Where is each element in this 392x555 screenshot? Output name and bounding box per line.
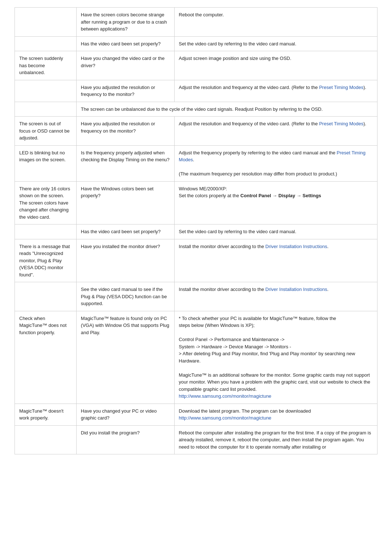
check-cell: Did you install the program? (76, 425, 174, 454)
solution-link[interactable]: http://www.samsung.com/monitor/magictune (179, 393, 271, 399)
problem-cell: The screen is out of focus or OSD cannot… (15, 117, 77, 146)
problem-cell: LED is blinking but no images on the scr… (15, 145, 77, 181)
solution-cell: Adjust the resolution and frequency of t… (174, 117, 377, 146)
table-row: Has the video card been set properly?Set… (15, 36, 377, 51)
solution-link[interactable]: Preset Timing Modes (179, 150, 366, 163)
check-cell-wide: The screen can be unbalanced due to the … (76, 102, 377, 117)
table-row: MagicTune™ doesn't work properly.Have yo… (15, 404, 377, 425)
check-cell: Has the video card been set properly? (76, 36, 174, 51)
solution-cell: Install the monitor driver according to … (174, 239, 377, 282)
problem-cell: The screen suddenly has become unbalance… (15, 51, 77, 80)
problem-cell (15, 36, 77, 51)
table-row: Have you adjusted the resolution or freq… (15, 80, 377, 102)
solution-cell: Reboot the computer. (174, 8, 377, 37)
check-cell: See the video card manual to see if the … (76, 282, 174, 311)
table-row: Check when MagicTune™ does not function … (15, 311, 377, 404)
solution-cell: Adjust the resolution and frequency at t… (174, 80, 377, 102)
problem-cell (15, 224, 77, 239)
check-cell: Have the Windows colors been set properl… (76, 181, 174, 224)
table-row: There is a message that reads "Unrecogni… (15, 239, 377, 282)
problem-cell (15, 282, 77, 311)
check-cell: Has the video card been set properly? (76, 224, 174, 239)
solution-cell: Reboot the computer after installing the… (174, 425, 377, 454)
table-row: Has the video card been set properly?Set… (15, 224, 377, 239)
solution-link[interactable]: Driver Installation Instructions (265, 244, 327, 249)
solution-cell: * To check whether your PC is available … (174, 311, 377, 404)
check-cell: Have you installed the monitor driver? (76, 239, 174, 282)
table-row: The screen can be unbalanced due to the … (15, 102, 377, 117)
solution-cell: Set the video card by referring to the v… (174, 224, 377, 239)
solution-cell: Set the video card by referring to the v… (174, 36, 377, 51)
solution-cell: Install the monitor driver according to … (174, 282, 377, 311)
solution-cell: Adjust screen image position and size us… (174, 51, 377, 80)
solution-cell: Windows ME/2000/XP:Set the colors proper… (174, 181, 377, 224)
table-row: Did you install the program?Reboot the c… (15, 425, 377, 454)
solution-link[interactable]: Driver Installation Instructions (265, 287, 327, 292)
solution-link[interactable]: Preset Timing Modes (319, 85, 363, 90)
bold-text: Control Panel → Display → Settings (240, 193, 321, 198)
solution-cell: Download the latest program. The program… (174, 404, 377, 425)
table-row: Have the screen colors become strange af… (15, 8, 377, 37)
problem-cell (15, 425, 77, 454)
check-cell: Have you changed your PC or video graphi… (76, 404, 174, 425)
table-row: There are only 16 colors shown on the sc… (15, 181, 377, 224)
table-row: See the video card manual to see if the … (15, 282, 377, 311)
troubleshoot-table: Have the screen colors become strange af… (15, 7, 377, 454)
check-cell: Have you adjusted the resolution or freq… (76, 117, 174, 146)
solution-link[interactable]: Preset Timing Modes (319, 121, 363, 126)
problem-cell (15, 80, 77, 102)
table-row: LED is blinking but no images on the scr… (15, 145, 377, 181)
solution-cell: Adjust the frequency properly by referri… (174, 145, 377, 181)
check-cell: Have the screen colors become strange af… (76, 8, 174, 37)
table-row: The screen suddenly has become unbalance… (15, 51, 377, 80)
problem-cell: There are only 16 colors shown on the sc… (15, 181, 77, 224)
check-cell: Is the frequency properly adjusted when … (76, 145, 174, 181)
problem-cell (15, 8, 77, 37)
problem-cell: Check when MagicTune™ does not function … (15, 311, 77, 404)
main-container: Have the screen colors become strange af… (0, 0, 392, 462)
check-cell: MagicTune™ feature is found only on PC (… (76, 311, 174, 404)
check-cell: Have you changed the video card or the d… (76, 51, 174, 80)
solution-link[interactable]: http://www.samsung.com/monitor/magictune (179, 415, 271, 421)
table-row: The screen is out of focus or OSD cannot… (15, 117, 377, 146)
problem-cell: MagicTune™ doesn't work properly. (15, 404, 77, 425)
check-cell: Have you adjusted the resolution or freq… (76, 80, 174, 102)
problem-cell: There is a message that reads "Unrecogni… (15, 239, 77, 282)
problem-cell (15, 102, 77, 117)
